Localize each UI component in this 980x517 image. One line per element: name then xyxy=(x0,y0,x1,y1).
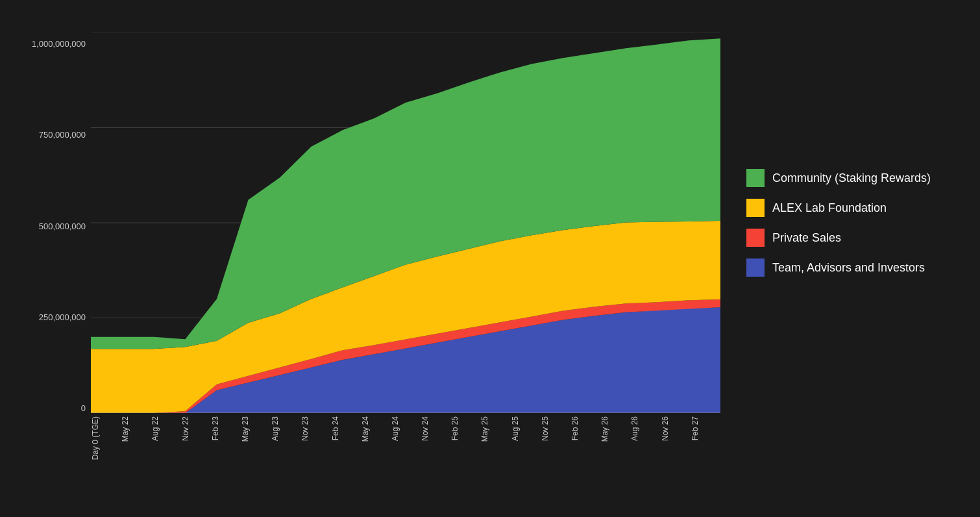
y-axis-label: 250,000,000 xyxy=(39,312,91,322)
x-axis-label: Feb 27 xyxy=(691,416,720,440)
legend-item-foundation: ALEX Lab Foundation xyxy=(746,199,954,217)
legend-color-team xyxy=(746,258,765,277)
x-axis-label: May 22 xyxy=(121,416,151,442)
chart-svg xyxy=(91,32,720,413)
legend-label-community: Community (Staking Rewards) xyxy=(772,171,931,185)
x-axis-label: Feb 24 xyxy=(331,416,361,440)
y-axis-label: 0 xyxy=(81,403,91,413)
x-axis-label: Nov 23 xyxy=(300,416,330,441)
x-axis-label: May 24 xyxy=(361,416,391,442)
legend-label-foundation: ALEX Lab Foundation xyxy=(772,201,887,215)
legend-label-team: Team, Advisors and Investors xyxy=(772,261,925,275)
y-axis-label: 1,000,000,000 xyxy=(32,39,91,49)
legend-item-team: Team, Advisors and Investors xyxy=(746,258,954,277)
legend-item-community: Community (Staking Rewards) xyxy=(746,169,954,187)
chart-area: 1,000,000,000750,000,000500,000,000250,0… xyxy=(19,32,967,465)
x-axis-label: Aug 23 xyxy=(271,416,300,441)
x-axis-label: Nov 25 xyxy=(541,416,570,441)
x-axis-label: May 23 xyxy=(241,416,271,442)
legend: Community (Staking Rewards)ALEX Lab Foun… xyxy=(720,32,967,465)
x-axis-label: May 25 xyxy=(480,416,510,442)
x-axis-label: Aug 22 xyxy=(151,416,180,441)
x-axis-label: Day 0 (TGE) xyxy=(91,416,121,460)
x-axis-label: Nov 24 xyxy=(421,416,450,441)
chart-body: Day 0 (TGE)May 22Aug 22Nov 22Feb 23May 2… xyxy=(91,32,720,465)
x-axis: Day 0 (TGE)May 22Aug 22Nov 22Feb 23May 2… xyxy=(91,413,720,465)
page-container: 1,000,000,000750,000,000500,000,000250,0… xyxy=(0,0,980,517)
x-axis-label: May 26 xyxy=(600,416,630,442)
x-axis-label: Aug 26 xyxy=(630,416,660,441)
y-axis-label: 500,000,000 xyxy=(39,221,91,231)
x-axis-label: Feb 26 xyxy=(570,416,600,440)
y-axis-label: 750,000,000 xyxy=(39,130,91,140)
legend-label-private: Private Sales xyxy=(772,231,841,245)
x-axis-label: Nov 26 xyxy=(661,416,691,441)
y-axis: 1,000,000,000750,000,000500,000,000250,0… xyxy=(19,32,91,465)
x-axis-label: Nov 22 xyxy=(181,416,211,441)
legend-color-private xyxy=(746,229,765,247)
legend-color-community xyxy=(746,169,765,187)
x-axis-label: Feb 25 xyxy=(450,416,480,440)
x-axis-label: Aug 25 xyxy=(511,416,541,441)
legend-item-private: Private Sales xyxy=(746,229,954,247)
x-axis-label: Aug 24 xyxy=(391,416,421,441)
legend-color-foundation xyxy=(746,199,765,217)
chart-main: 1,000,000,000750,000,000500,000,000250,0… xyxy=(19,32,720,465)
x-axis-label: Feb 23 xyxy=(211,416,241,440)
